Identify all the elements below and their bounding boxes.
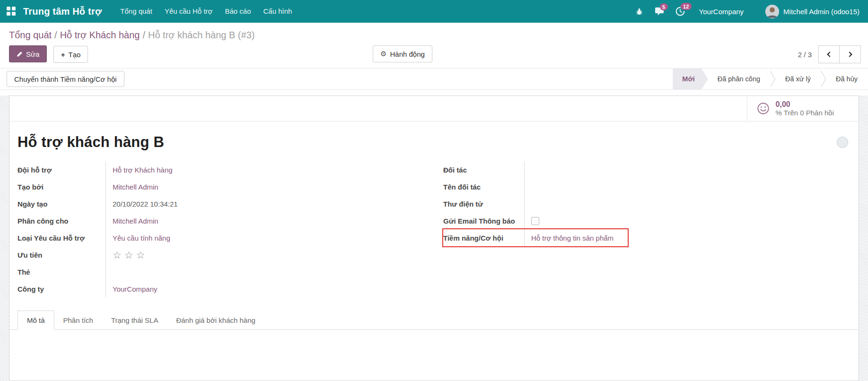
field-value-link[interactable]: Hỗ trợ Khách hàng xyxy=(113,166,173,174)
pager: 2 / 3 xyxy=(798,45,861,63)
email-notification-checkbox[interactable] xyxy=(531,217,539,225)
rating-stat-button[interactable]: 0,00 % Trên 0 Phản hồi xyxy=(747,96,845,121)
statusbar-stages: MớiĐã phân côngĐã xử lýĐã hủy xyxy=(673,69,867,90)
content-area: 0,00 % Trên 0 Phản hồi Hỗ trợ khách hàng… xyxy=(0,95,868,381)
edit-button[interactable]: Sửa xyxy=(9,45,47,62)
gear-icon: ⚙ xyxy=(380,50,386,58)
field-label: Đối tác xyxy=(443,166,524,174)
rating-caption: % Trên 0 Phản hồi xyxy=(776,109,834,117)
pencil-icon xyxy=(17,51,23,57)
top-menu-item-2[interactable]: Báo cáo xyxy=(219,0,257,23)
field-label: Công ty xyxy=(18,285,105,293)
messages-icon[interactable]: 5 xyxy=(655,7,664,16)
field-label: Thư điện tử xyxy=(443,200,524,208)
company-switcher[interactable]: YourCompany xyxy=(699,8,744,16)
kanban-state-icon[interactable] xyxy=(837,137,848,148)
form-statusbar: Chuyển thành Tiềm năng/Cơ hội MớiĐã phân… xyxy=(0,68,868,90)
field-label: Đội hỗ trợ xyxy=(18,166,105,174)
field-value: Yêu cầu tính năng xyxy=(105,229,425,246)
field-value: Hỗ trợ thông tin sản phẩm xyxy=(524,229,628,246)
field-label: Tiềm năng/Cơ hội xyxy=(443,234,524,242)
breadcrumb-separator: / xyxy=(140,30,148,40)
plus-icon: + xyxy=(61,51,65,59)
apps-menu-icon[interactable] xyxy=(7,7,16,16)
top-menu: Tổng quátYêu cầu Hỗ trợBáo cáoCấu hình xyxy=(114,0,298,23)
field-row: Thư điện tử xyxy=(443,195,628,212)
smiley-icon xyxy=(757,102,770,115)
field-label: Phân công cho xyxy=(18,217,105,225)
user-avatar xyxy=(765,5,779,18)
field-label: Ưu tiên xyxy=(18,251,105,259)
stage-2[interactable]: Đã xử lý xyxy=(776,69,820,90)
field-row: Tên đối tác xyxy=(443,178,628,195)
field-value-link[interactable]: Mitchell Admin xyxy=(113,217,158,225)
form-sheet: 0,00 % Trên 0 Phản hồi Hỗ trợ khách hàng… xyxy=(9,95,859,381)
messages-badge: 5 xyxy=(660,3,668,10)
activities-badge: 12 xyxy=(681,3,692,10)
field-row: Đội hỗ trợHỗ trợ Khách hàng xyxy=(18,161,425,178)
field-value: Mitchell Admin xyxy=(105,212,425,229)
chevron-right-icon xyxy=(847,52,852,57)
top-menu-item-0[interactable]: Tổng quát xyxy=(114,0,158,23)
field-value-link[interactable]: Yêu cầu tính năng xyxy=(113,234,170,242)
field-row: Ngày tạo20/10/2022 10:34:21 xyxy=(18,195,425,212)
tab-0[interactable]: Mô tả xyxy=(18,311,54,330)
breadcrumb-link[interactable]: Hỗ trợ Khách hàng xyxy=(60,30,140,40)
field-value: Mitchell Admin xyxy=(105,178,425,195)
app-name[interactable]: Trung tâm Hỗ trợ xyxy=(23,6,102,17)
top-menu-item-3[interactable]: Cấu hình xyxy=(257,0,298,23)
breadcrumb-separator: / xyxy=(52,30,60,40)
field-value-link[interactable]: Mitchell Admin xyxy=(113,183,158,191)
rating-value: 0,00 xyxy=(776,100,834,109)
field-value xyxy=(524,212,628,229)
field-label: Tên đối tác xyxy=(443,183,524,191)
field-row: Đối tác xyxy=(443,161,628,178)
priority-stars-icon[interactable]: ☆☆☆ xyxy=(113,250,148,260)
chevron-left-icon xyxy=(827,52,832,57)
field-label: Gửi Email Thông báo xyxy=(443,217,524,225)
field-label: Ngày tạo xyxy=(18,200,105,208)
field-value xyxy=(105,263,425,280)
pager-value: 2 / 3 xyxy=(798,51,812,59)
field-row: Thẻ xyxy=(18,263,425,280)
stage-1[interactable]: Đã phân công xyxy=(708,69,770,90)
convert-to-opportunity-button[interactable]: Chuyển thành Tiềm năng/Cơ hội xyxy=(7,71,124,87)
field-value: ☆☆☆ xyxy=(105,246,425,263)
field-label: Thẻ xyxy=(18,268,105,276)
tab-3[interactable]: Đánh giá bởi khách hàng xyxy=(167,311,264,329)
pager-next-button[interactable] xyxy=(840,45,861,63)
top-menu-item-1[interactable]: Yêu cầu Hỗ trợ xyxy=(158,0,219,23)
debug-bug-icon[interactable] xyxy=(635,7,643,16)
field-value-link[interactable]: Hỗ trợ thông tin sản phẩm xyxy=(531,234,614,242)
field-row: Tạo bởiMitchell Admin xyxy=(18,178,425,195)
top-navbar: Trung tâm Hỗ trợ Tổng quátYêu cầu Hỗ trợ… xyxy=(0,0,868,23)
field-value: 20/10/2022 10:34:21 xyxy=(105,195,425,212)
stage-separator-icon xyxy=(820,70,826,88)
user-menu[interactable]: Mitchell Admin (odoo15) xyxy=(765,5,859,18)
tab-2[interactable]: Trạng thái SLA xyxy=(102,311,167,329)
field-row: Gửi Email Thông báo xyxy=(443,212,628,229)
breadcrumb-current: Hỗ trợ khách hàng B (#3) xyxy=(148,30,254,40)
button-box: 0,00 % Trên 0 Phản hồi xyxy=(9,96,859,121)
left-field-column: Đội hỗ trợHỗ trợ Khách hàngTạo bởiMitche… xyxy=(18,161,425,297)
activities-icon[interactable]: 12 xyxy=(675,7,685,16)
field-value-link[interactable]: YourCompany xyxy=(113,285,158,293)
field-grid: Đội hỗ trợHỗ trợ Khách hàngTạo bởiMitche… xyxy=(9,161,859,297)
control-panel: Sửa + Tạo ⚙ Hành động 2 / 3 xyxy=(0,43,868,68)
stage-active-0[interactable]: Mới xyxy=(673,69,708,90)
systray: 5 12 YourCompany Mitchell Admin (odoo15) xyxy=(635,5,859,18)
create-button[interactable]: + Tạo xyxy=(53,46,88,63)
action-menu-button[interactable]: ⚙ Hành động xyxy=(373,45,432,62)
pager-previous-button[interactable] xyxy=(818,45,840,63)
stage-3[interactable]: Đã hủy xyxy=(826,69,867,90)
field-row: Ưu tiên☆☆☆ xyxy=(18,246,425,263)
field-row: Phân công choMitchell Admin xyxy=(18,212,425,229)
field-row-highlighted: Tiềm năng/Cơ hộiHỗ trợ thông tin sản phẩ… xyxy=(443,229,628,246)
field-row: Loại Yêu cầu Hỗ trợYêu cầu tính năng xyxy=(18,229,425,246)
field-label: Loại Yêu cầu Hỗ trợ xyxy=(18,234,105,242)
user-name: Mitchell Admin (odoo15) xyxy=(783,8,859,16)
field-value xyxy=(524,195,628,212)
tab-1[interactable]: Phân tích xyxy=(54,311,102,329)
breadcrumb-link[interactable]: Tổng quát xyxy=(9,30,52,40)
breadcrumb: Tổng quát/Hỗ trợ Khách hàng/Hỗ trợ khách… xyxy=(0,23,868,43)
